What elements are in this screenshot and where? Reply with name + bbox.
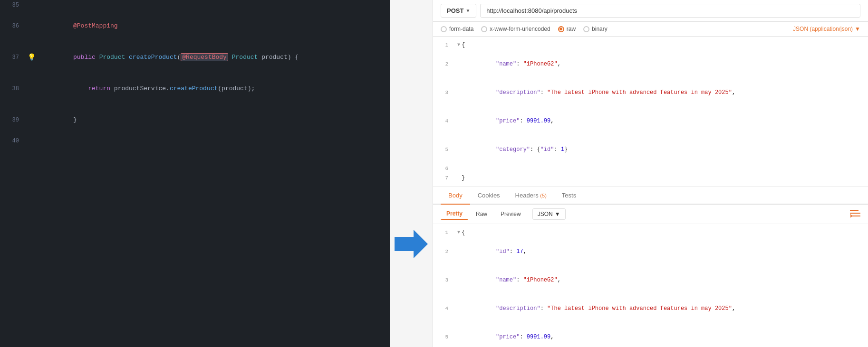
arrow-container — [390, 0, 433, 347]
form-data-radio[interactable] — [441, 26, 447, 32]
raw-label: raw — [567, 26, 576, 32]
binary-option[interactable]: binary — [583, 26, 608, 32]
req-line-6: 6 — [433, 164, 868, 173]
editor-line-40: 40 — [0, 136, 390, 146]
json-type-chevron-icon: ▼ — [855, 26, 860, 32]
json-type-selector[interactable]: JSON (application/json) ▼ — [793, 26, 860, 32]
resp-line-5: 5 "price": 9991.99, — [433, 323, 868, 347]
fold-icon-resp-1: ▼ — [456, 228, 462, 237]
tab-tests[interactable]: Tests — [554, 187, 584, 205]
request-bar: POST ▼ — [433, 0, 868, 22]
form-data-option[interactable]: form-data — [441, 26, 473, 32]
editor-line-38: 38 return productService.createProduct(p… — [0, 73, 390, 104]
method-selector[interactable]: POST ▼ — [441, 4, 476, 18]
headers-badge: (5) — [540, 193, 546, 198]
format-tabs: Pretty Raw Preview JSON ▼ — [433, 205, 868, 224]
tab-headers[interactable]: Headers (5) — [508, 187, 554, 205]
tab-body[interactable]: Body — [441, 187, 470, 205]
resp-line-3: 3 "name": "iPhoneG2", — [433, 266, 868, 294]
arrow-icon — [395, 230, 428, 258]
fold-icon-1: ▼ — [456, 40, 462, 50]
tab-cookies[interactable]: Cookies — [470, 187, 508, 205]
req-line-3: 3 "description": "The latest iPhone with… — [433, 78, 868, 107]
req-line-5: 5 "category": {"id": 1} — [433, 135, 868, 164]
binary-label: binary — [592, 26, 608, 32]
response-body-editor: 1 ▼ { 2 "id": 17, 3 "name": "iPhoneG2", … — [433, 224, 868, 347]
resp-line-2: 2 "id": 17, — [433, 237, 868, 266]
req-line-7: 7 } — [433, 173, 868, 183]
response-json-chevron-icon: ▼ — [555, 211, 560, 217]
format-tab-raw[interactable]: Raw — [470, 209, 493, 219]
svg-marker-0 — [395, 230, 428, 258]
editor-line-35: 35 — [0, 0, 390, 10]
urlencoded-radio[interactable] — [481, 26, 487, 32]
binary-radio[interactable] — [583, 26, 589, 32]
format-tab-pretty[interactable]: Pretty — [441, 208, 468, 220]
resp-line-1: 1 ▼ { — [433, 228, 868, 237]
req-line-4: 4 "price": 9991.99, — [433, 107, 868, 135]
urlencoded-label: x-www-form-urlencoded — [490, 26, 550, 32]
wrap-icon[interactable] — [850, 209, 860, 220]
response-json-label: JSON — [538, 211, 553, 217]
bulb-icon: 💡 — [28, 52, 36, 63]
editor-line-37: 37 💡 public Product createProduct(@Reque… — [0, 42, 390, 73]
raw-option[interactable]: raw — [558, 26, 576, 32]
method-label: POST — [447, 7, 463, 14]
request-body-annotation: @RequestBody — [181, 53, 228, 61]
request-body-editor[interactable]: 1 ▼ { 2 "name": "iPhoneG2", 3 "descripti… — [433, 37, 868, 187]
postman-panel: POST ▼ form-data x-www-form-urlencoded r… — [433, 0, 868, 347]
req-line-1: 1 ▼ { — [433, 40, 868, 50]
editor-line-39: 39 } — [0, 104, 390, 136]
code-editor: 35 36 @PostMapping 37 💡 public Product c… — [0, 0, 390, 347]
format-tab-preview[interactable]: Preview — [495, 209, 527, 219]
form-data-label: form-data — [449, 26, 473, 32]
resp-line-4: 4 "description": "The latest iPhone with… — [433, 294, 868, 323]
req-line-2: 2 "name": "iPhoneG2", — [433, 50, 868, 78]
response-json-selector[interactable]: JSON ▼ — [532, 208, 566, 220]
response-tabs: Body Cookies Headers (5) Tests — [433, 187, 868, 205]
url-input[interactable] — [480, 4, 860, 18]
chevron-down-icon: ▼ — [465, 8, 470, 13]
json-type-label: JSON (application/json) — [793, 26, 853, 32]
urlencoded-option[interactable]: x-www-form-urlencoded — [481, 26, 550, 32]
arrow-right-shape — [395, 230, 428, 258]
body-type-selector: form-data x-www-form-urlencoded raw bina… — [433, 22, 868, 37]
raw-radio[interactable] — [558, 26, 564, 32]
editor-line-36: 36 @PostMapping — [0, 10, 390, 42]
